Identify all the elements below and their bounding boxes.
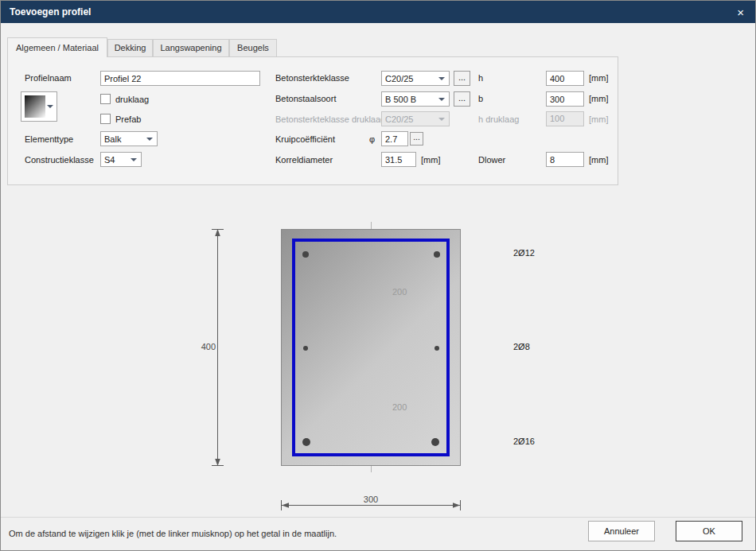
elementtype-label: Elementtype [25,133,73,146]
prefab-label: Prefab [115,113,141,126]
betonstaalsoort-more-button[interactable]: ... [454,91,470,107]
dlower-label: Dlower [478,153,505,166]
b-unit: [mm] [589,92,608,105]
chevron-down-icon [146,138,153,141]
constructieklasse-label: Constructieklasse [25,153,94,166]
chevron-down-icon [438,98,445,101]
tab-langswapening[interactable]: Langswapening [153,39,229,56]
h-label: h [478,72,483,84]
constructieklasse-value: S4 [104,155,126,165]
h-druklaag-label: h druklaag [478,113,519,126]
dim-spacing-top-label[interactable]: 200 [392,287,407,297]
betonstaalsoort-label: Betonstaalsoort [275,92,336,105]
dim-height-label[interactable]: 400 [195,342,216,351]
cancel-button[interactable]: Annuleer [588,521,655,541]
beam-section [281,229,461,466]
druklaag-checkbox[interactable] [100,94,111,104]
kruipcoefficient-input[interactable] [381,131,408,146]
dim-spacing-bottom-label[interactable]: 200 [392,402,407,412]
rebar-dot-mid-right [435,346,439,351]
h-druklaag-unit: [mm] [589,113,608,126]
add-profile-dialog: Toevoegen profiel × Algemeen / Materiaal… [0,0,756,551]
betonstaalsoort-select[interactable]: B 500 B [381,91,450,107]
close-icon[interactable]: × [735,6,746,18]
chevron-down-icon [438,118,445,121]
elementtype-value: Balk [104,134,142,144]
profielnaam-label: Profielnaam [25,72,72,84]
h-unit: [mm] [589,72,608,84]
status-hint: Om de afstand te wijzigen klik je (met d… [9,529,337,538]
h-input[interactable] [546,71,584,86]
kruipcoefficient-more-button[interactable]: ... [410,132,423,146]
constructieklasse-select[interactable]: S4 [100,152,142,167]
korreldiameter-input[interactable] [381,152,416,167]
window-title: Toevoegen profiel [10,6,91,17]
rebar-label-middle: 2Ø8 [513,342,530,351]
betonsterkteklasse-druklaag-label: Betonsterkteklasse druklaag [275,113,385,126]
dlower-input[interactable] [546,152,584,167]
betonsterkteklasse-select[interactable]: C20/25 [381,71,450,86]
betonsterkteklasse-druklaag-value: C20/25 [385,114,434,124]
stirrup-outline [292,239,450,456]
elementtype-select[interactable]: Balk [100,131,158,146]
b-input[interactable] [546,91,584,107]
phi-symbol: φ [369,133,375,146]
druklaag-label: druklaag [115,93,149,106]
chevron-down-icon [131,158,137,161]
rebar-label-top: 2Ø12 [513,248,535,258]
tab-algemeen-materiaal[interactable]: Algemeen / Materiaal [7,37,107,57]
chevron-down-icon [438,77,445,80]
profielnaam-input[interactable] [100,71,260,86]
material-gradient-icon [25,95,45,118]
betonstaalsoort-value: B 500 B [385,95,434,104]
betonsterkteklasse-value: C20/25 [385,74,434,83]
chevron-down-icon [47,105,53,108]
kruipcoefficient-label: Kruipcoëfficiënt [275,133,335,146]
tab-dekking[interactable]: Dekking [107,39,153,56]
rebar-dot-bottom-right [431,438,439,446]
dim-width-label[interactable]: 300 [359,495,383,504]
b-label: b [478,92,483,105]
korreldiameter-unit: [mm] [421,153,440,166]
betonsterkteklasse-more-button[interactable]: ... [454,71,470,86]
rebar-dot-mid-left [303,346,308,351]
betonsterkteklasse-label: Betonsterkteklasse [275,72,349,84]
ok-button[interactable]: OK [676,521,742,541]
h-druklaag-input: 100 [546,111,584,126]
rebar-dot-bottom-left [302,438,310,446]
korreldiameter-label: Korreldiameter [275,153,333,166]
cross-section-preview: 400 300 200 200 2Ø12 2Ø8 2Ø16 [1,208,756,518]
tab-beugels[interactable]: Beugels [229,39,277,56]
material-swatch-dropdown[interactable] [21,91,57,122]
prefab-checkbox[interactable] [100,114,111,124]
rebar-dot-top-right [434,251,440,258]
titlebar: Toevoegen profiel × [1,1,755,23]
dlower-unit: [mm] [589,153,608,166]
rebar-dot-top-left [302,251,309,258]
betonsterkteklasse-druklaag-select: C20/25 [381,111,450,126]
rebar-label-bottom: 2Ø16 [513,437,535,446]
